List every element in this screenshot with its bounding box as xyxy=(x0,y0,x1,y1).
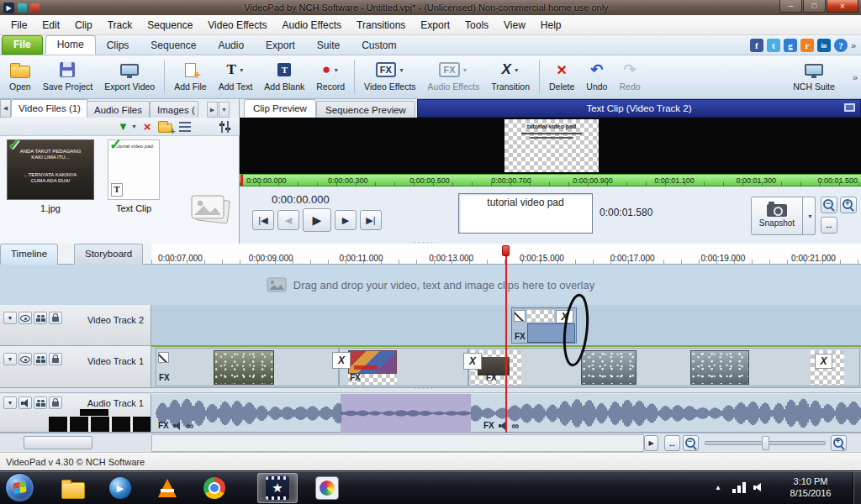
step-forward-button[interactable]: ▶ xyxy=(335,210,357,230)
media-item-label[interactable]: Text Clip xyxy=(108,203,160,213)
taskbar-videopad-suite-button[interactable] xyxy=(309,474,345,502)
ribbon-tab-export[interactable]: Export xyxy=(255,37,306,55)
clip-fx-button[interactable]: FX xyxy=(515,332,526,341)
menu-tools[interactable]: Tools xyxy=(457,16,496,34)
zoom-in-button[interactable]: + xyxy=(840,197,857,213)
window-titlebar[interactable]: VideoPad by NCH Software - Untitled.vpj*… xyxy=(0,0,861,15)
taskbar-chrome-button[interactable] xyxy=(197,474,232,502)
list-view-button[interactable] xyxy=(179,119,191,134)
menu-view[interactable]: View xyxy=(496,16,533,34)
menu-file[interactable]: File xyxy=(3,16,34,34)
link-icon[interactable]: ∞ xyxy=(187,422,194,430)
video-clip-2[interactable]: FX xyxy=(339,348,468,386)
overlay-drop-zone[interactable]: Drag and drop your video, text and image… xyxy=(0,265,861,305)
start-button[interactable] xyxy=(5,473,34,502)
clip-fx-button[interactable]: FX xyxy=(486,373,497,382)
toolbar-overflow-chevron[interactable]: » xyxy=(853,72,858,82)
undo-button[interactable]: ↶ Undo xyxy=(580,57,613,97)
track-menu-button[interactable]: ▼ xyxy=(3,353,17,365)
timeline-zoom-in-button[interactable]: + xyxy=(831,435,847,451)
detach-preview-icon[interactable] xyxy=(844,103,855,112)
minimize-button[interactable]: – xyxy=(779,0,802,13)
quicklaunch-icon-2[interactable] xyxy=(30,3,40,13)
track-lock-button[interactable] xyxy=(49,396,62,409)
track-mute-button[interactable] xyxy=(18,396,32,409)
menu-clip[interactable]: Clip xyxy=(67,16,100,34)
zoom-out-button[interactable]: − xyxy=(821,197,837,213)
menu-edit[interactable]: Edit xyxy=(34,16,67,34)
ribbon-tab-custom[interactable]: Custom xyxy=(351,37,407,55)
clip-fx-button[interactable]: FX xyxy=(159,373,170,382)
linkedin-icon[interactable]: in xyxy=(817,39,831,52)
ribbon-tab-suite[interactable]: Suite xyxy=(306,37,351,55)
track-motion-button[interactable] xyxy=(34,312,47,324)
clip-fx-button[interactable]: FX xyxy=(483,421,494,430)
audio-effects-button[interactable]: FX▼ Audio Effects xyxy=(422,57,486,97)
tab-clip-preview[interactable]: Clip Preview xyxy=(244,99,316,117)
clip-fx-button[interactable]: FX xyxy=(350,373,361,382)
track-menu-button[interactable]: ▼ xyxy=(3,396,17,409)
show-desktop-button[interactable] xyxy=(853,471,861,504)
save-project-button[interactable]: Save Project xyxy=(37,57,99,97)
tab-sequence-preview[interactable]: Sequence Preview xyxy=(316,101,415,118)
track-visibility-button[interactable] xyxy=(18,312,32,324)
ribbon-tab-sequence[interactable]: Sequence xyxy=(140,37,207,55)
video-clip-3[interactable]: FX X xyxy=(468,348,860,386)
video-effects-button[interactable]: FX▼ Video Effects xyxy=(358,57,422,97)
track-visibility-button[interactable] xyxy=(18,353,32,365)
ribbon-tab-audio[interactable]: Audio xyxy=(207,37,255,55)
menu-track[interactable]: Track xyxy=(100,16,140,34)
fade-icon[interactable] xyxy=(514,310,526,322)
track-lock-button[interactable] xyxy=(49,312,62,324)
playhead-handle[interactable] xyxy=(502,245,510,256)
taskbar-media-player-button[interactable]: ▶ xyxy=(103,474,138,502)
timeline-zoom-out-button[interactable]: − xyxy=(683,435,699,451)
transition-icon[interactable]: X xyxy=(815,354,832,369)
snapshot-dropdown-button[interactable]: ▼ xyxy=(803,197,816,235)
rss-icon[interactable]: r xyxy=(800,39,814,52)
more-chevron-icon[interactable]: » xyxy=(851,40,856,50)
add-file-button[interactable]: Add File xyxy=(168,57,213,97)
nch-suite-button[interactable]: NCH Suite xyxy=(787,57,841,97)
track-lock-button[interactable] xyxy=(49,353,62,365)
tab-audio-files[interactable]: Audio Files xyxy=(87,101,150,118)
menu-transitions[interactable]: Transitions xyxy=(349,16,413,34)
dropdown-arrow-icon[interactable]: ▼ xyxy=(239,67,245,73)
media-tabs-scroll-right-button[interactable]: ▶ xyxy=(207,102,218,118)
dropdown-arrow-icon[interactable]: ▼ xyxy=(514,67,520,73)
menu-video-effects[interactable]: Video Effects xyxy=(200,16,274,34)
media-options-button[interactable] xyxy=(219,119,231,134)
text-overlay-input[interactable]: tutorial video pad xyxy=(458,193,593,234)
dropdown-arrow-icon[interactable]: ▼ xyxy=(131,123,137,129)
taskbar-videopad-active-button[interactable]: ★ xyxy=(257,473,298,503)
record-button[interactable]: ●▼ Record xyxy=(310,57,351,97)
tab-images[interactable]: Images ( xyxy=(150,101,198,118)
track-menu-button[interactable]: ▼ xyxy=(3,312,17,324)
fade-icon[interactable] xyxy=(158,352,169,363)
ribbon-tab-file[interactable]: File xyxy=(2,35,43,55)
preview-playhead-marker[interactable] xyxy=(240,175,243,186)
open-button[interactable]: Open xyxy=(3,57,37,97)
video-clip-1[interactable]: FX xyxy=(156,348,339,386)
dropdown-arrow-icon[interactable]: ▼ xyxy=(399,67,404,73)
track-motion-button[interactable] xyxy=(34,396,47,409)
ribbon-tab-clips[interactable]: Clips xyxy=(96,37,140,55)
go-to-end-button[interactable]: ▶| xyxy=(360,210,382,230)
taskbar-clock[interactable]: 3:10 PM 8/15/2016 xyxy=(774,475,848,499)
timeline-zoom-slider-thumb[interactable] xyxy=(762,436,769,450)
share-icon[interactable]: g xyxy=(784,39,797,52)
track-header-scrollbar-thumb[interactable] xyxy=(24,436,92,449)
remove-media-button[interactable]: × xyxy=(144,119,151,134)
menu-audio-effects[interactable]: Audio Effects xyxy=(275,16,350,34)
quicklaunch-icon-1[interactable] xyxy=(18,3,27,13)
play-button[interactable]: ▶ xyxy=(303,208,331,232)
tray-network-icon[interactable] xyxy=(732,480,747,494)
facebook-icon[interactable]: f xyxy=(750,39,763,52)
twitter-icon[interactable]: t xyxy=(767,39,780,52)
maximize-button[interactable]: □ xyxy=(803,0,826,13)
media-tabs-scroll-left-button[interactable]: ◀ xyxy=(0,99,11,118)
add-text-button[interactable]: T▼ Add Text xyxy=(213,57,259,97)
redo-button[interactable]: ↷ Redo xyxy=(613,57,646,97)
fit-timeline-button[interactable]: ↔ xyxy=(664,435,680,451)
playhead-line[interactable] xyxy=(505,245,507,433)
